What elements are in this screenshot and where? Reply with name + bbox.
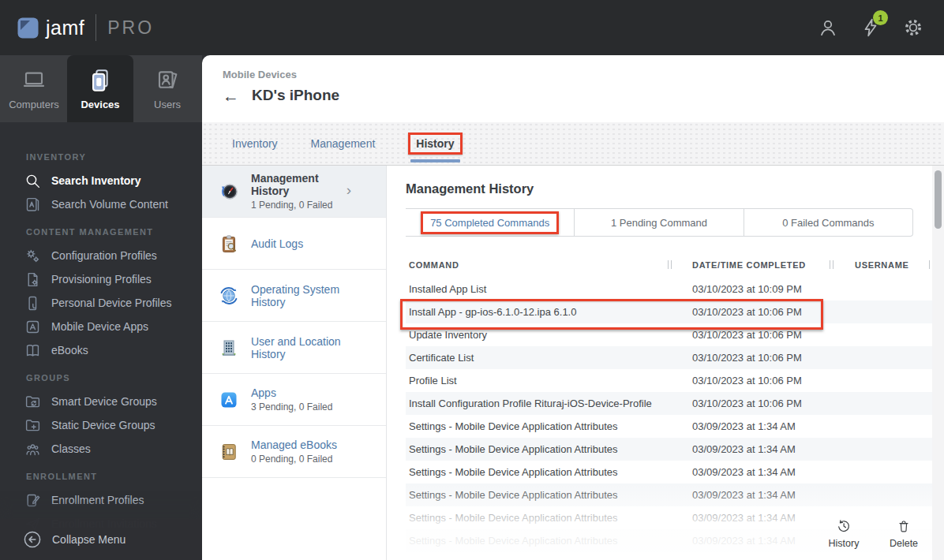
subnav-item[interactable]: Apps 3 Pending, 0 Failed › <box>202 374 386 426</box>
command-cell: Settings - Mobile Device Application Att… <box>406 530 692 551</box>
subnav-item-icon <box>219 286 239 306</box>
scrollbar-thumb[interactable] <box>935 170 942 229</box>
account-icon[interactable] <box>818 17 838 38</box>
settings-icon[interactable] <box>903 17 923 38</box>
command-cell: Profile List <box>406 370 692 391</box>
command-filter-segments: 75 Completed Commands 1 Pending Command … <box>406 208 913 237</box>
sidebar-item[interactable]: Static Device Groups <box>0 413 202 437</box>
column-header-command[interactable]: COMMAND <box>406 260 692 270</box>
command-cell: Installed App List <box>406 278 692 300</box>
device-tab[interactable]: History <box>408 122 462 165</box>
command-cell: Settings - Mobile Device Application Att… <box>406 507 692 528</box>
subnav-item-icon <box>219 181 239 202</box>
main-panel: Mobile Devices ← KD's iPhone Inventory M… <box>202 55 944 560</box>
sidebar-item-icon <box>24 271 41 288</box>
sidebar-item[interactable]: Configuration Profiles <box>0 244 202 267</box>
sidebar-item[interactable]: Search Inventory <box>0 169 202 192</box>
command-cell: Settings - Mobile Device Application Att… <box>406 439 692 460</box>
sidebar-item-icon <box>24 248 41 264</box>
table-row[interactable]: Install Configuration Profile Rituraj-iO… <box>406 392 935 415</box>
command-filter-segment[interactable]: 0 Failed Commands <box>744 208 913 237</box>
table-header: COMMAND DATE/TIME COMPLETED USERNAME <box>406 256 935 274</box>
subnav-item[interactable]: Audit Logs › <box>202 218 386 270</box>
subnav-item[interactable]: User and Location History › <box>202 322 386 374</box>
action-label: History <box>829 538 860 549</box>
nav-tab-computers[interactable]: Computers <box>1 55 67 122</box>
device-tab[interactable]: Inventory <box>232 122 278 165</box>
table-row[interactable]: Update Inventory 03/10/2023 at 10:06 PM <box>406 323 935 346</box>
command-filter-segment[interactable]: 75 Completed Commands <box>406 208 575 237</box>
sidebar-section-header: GROUPS <box>26 373 202 383</box>
commands-table: COMMAND DATE/TIME COMPLETED USERNAME Ins… <box>406 256 935 552</box>
date-cell: 03/09/2023 at 1:34 AM <box>692 420 855 432</box>
sidebar-item-label: Classes <box>51 442 91 455</box>
segment-label: 1 Pending Command <box>604 214 714 232</box>
subnav-item[interactable]: Managed eBooks 0 Pending, 0 Failed › <box>202 426 386 478</box>
sidebar-item-label: Search Volume Content <box>51 198 168 211</box>
sidebar-item[interactable]: Classes <box>0 437 202 461</box>
sidebar-section-header: ENROLLMENT <box>26 472 202 481</box>
table-row[interactable]: Settings - Mobile Device Application Att… <box>406 415 935 438</box>
command-filter-segment[interactable]: 1 Pending Command <box>575 208 744 237</box>
subnav-item-label: Apps <box>251 386 348 399</box>
sidebar-section: CONTENT MANAGEMENT Configuration Profile… <box>0 227 202 362</box>
sidebar-item[interactable]: Smart Device Groups <box>0 390 202 413</box>
sidebar: INVENTORY Search Inventory Search Volume <box>0 122 202 560</box>
table-row[interactable]: Profile List 03/10/2023 at 10:06 PM <box>406 369 935 392</box>
nav-tab-users[interactable]: Users <box>134 55 200 122</box>
notification-badge: 1 <box>873 10 888 25</box>
command-cell: Install App - gp-ios-6.1.0-12.ipa 6.1.0 <box>406 301 692 323</box>
collapse-menu-button[interactable]: Collapse Menu <box>0 519 202 560</box>
nav-tab-devices[interactable]: Devices <box>67 55 133 122</box>
device-tab[interactable]: Management <box>311 122 376 165</box>
sidebar-item-label: Mobile Device Apps <box>51 320 148 333</box>
sidebar-item[interactable]: Provisioning Profiles <box>0 267 202 291</box>
topbar-actions: 1 <box>818 17 923 38</box>
subnav-item[interactable]: Operating System History › <box>202 270 386 322</box>
table-row[interactable]: Certificate List 03/10/2023 at 10:06 PM <box>406 346 935 369</box>
sidebar-item-icon <box>24 196 41 213</box>
chevron-right-icon: › <box>347 181 351 199</box>
primary-nav: Computers Devices Users <box>0 55 202 122</box>
history-button[interactable]: History <box>821 518 867 549</box>
page-header: Mobile Devices ← KD's iPhone <box>202 55 944 122</box>
table-row[interactable]: Installed App List 03/10/2023 at 10:09 P… <box>406 278 935 301</box>
notifications-icon[interactable]: 1 <box>860 17 881 38</box>
jamf-pro-logo[interactable]: jamf PRO <box>17 14 154 41</box>
sidebar-item[interactable]: eBooks <box>0 338 202 362</box>
brand-suffix: PRO <box>107 17 154 39</box>
date-cell: 03/10/2023 at 10:06 PM <box>692 398 855 409</box>
sidebar-item[interactable]: Personal Device Profiles <box>0 291 202 315</box>
segment-label: 0 Failed Commands <box>775 214 881 232</box>
subnav-item-icon <box>219 442 239 462</box>
table-row[interactable]: Settings - Mobile Device Application Att… <box>406 438 935 461</box>
subnav-item-icon <box>219 233 239 254</box>
tab-label: History <box>408 133 462 155</box>
column-header-username[interactable]: USERNAME <box>855 260 935 270</box>
collapse-arrow-icon <box>22 529 43 550</box>
tab-label: Inventory <box>232 137 278 150</box>
date-cell: 03/10/2023 at 10:06 PM <box>692 329 855 341</box>
subnav-item[interactable]: Management History 1 Pending, 0 Failed › <box>202 166 386 218</box>
table-row[interactable]: Settings - Mobile Device Application Att… <box>406 483 935 506</box>
scrollbar-track[interactable] <box>932 166 944 560</box>
column-resize-handle[interactable] <box>668 260 672 269</box>
breadcrumb[interactable]: Mobile Devices <box>223 69 944 80</box>
sidebar-item[interactable]: Enrollment Profiles <box>0 488 202 512</box>
table-body: Installed App List 03/10/2023 at 10:09 P… <box>406 278 935 552</box>
date-cell: 03/10/2023 at 10:06 PM <box>692 375 855 386</box>
table-row[interactable]: Install App - gp-ios-6.1.0-12.ipa 6.1.0 … <box>406 301 935 323</box>
sidebar-item-icon <box>24 319 41 335</box>
subnav-item-label: Managed eBooks <box>251 439 348 451</box>
table-row[interactable]: Settings - Mobile Device Application Att… <box>406 461 935 483</box>
back-arrow-icon[interactable]: ← <box>223 88 239 104</box>
tab-label: Management <box>311 137 376 150</box>
subnav-item-label: Operating System History <box>251 283 348 308</box>
trash-icon <box>896 518 912 534</box>
sidebar-item[interactable]: Mobile Device Apps <box>0 315 202 338</box>
jamf-pro-app: jamf PRO 1 Computers Devices Users <box>0 0 944 560</box>
delete-button[interactable]: Delete <box>881 518 927 549</box>
sidebar-item-icon <box>24 295 41 312</box>
sidebar-item[interactable]: Search Volume Content <box>0 192 202 216</box>
column-resize-handle[interactable] <box>830 260 833 269</box>
